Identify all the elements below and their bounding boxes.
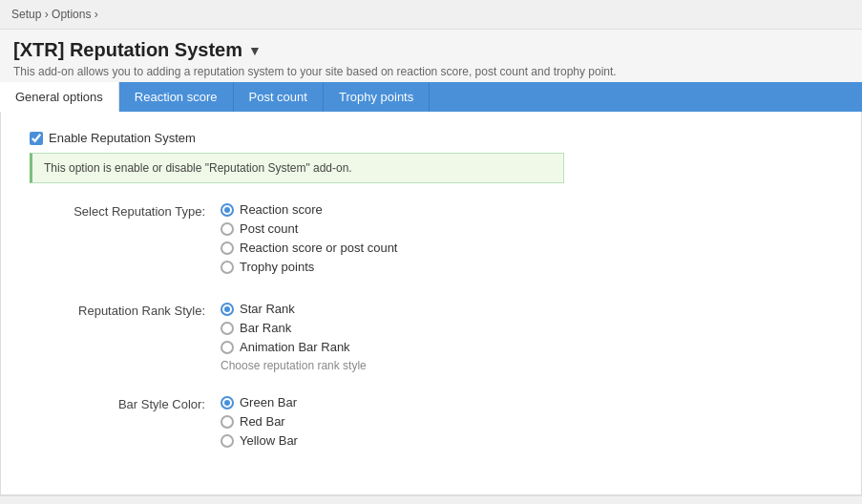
radio-icon-red [221, 415, 234, 429]
radio-row-trophy: Trophy points [221, 260, 832, 274]
tab-general[interactable]: General options [0, 82, 119, 112]
rank-style-label: Reputation Rank Style: [30, 302, 221, 318]
radio-icon-bar [221, 322, 234, 335]
page-subtitle: This add-on allows you to adding a reput… [13, 65, 849, 78]
radio-icon-anim-bar [221, 341, 234, 354]
enable-section: Enable Reputation System This option is … [30, 131, 832, 183]
enable-hint-box: This option is enable or disable "Reputa… [30, 153, 564, 183]
enable-checkbox[interactable] [30, 132, 43, 145]
radio-icon-star [221, 303, 234, 316]
radio-label-post[interactable]: Post count [240, 221, 298, 236]
radio-icon-reaction-post [221, 242, 234, 255]
enable-label[interactable]: Enable Reputation System [49, 131, 196, 145]
radio-row-yellow: Yellow Bar [221, 433, 832, 448]
breadcrumb: Setup › Options › [0, 0, 862, 30]
radio-icon-trophy [221, 261, 234, 274]
content-panel: Enable Reputation System This option is … [0, 112, 862, 495]
radio-row-star: Star Rank [221, 302, 832, 316]
radio-label-reaction-post[interactable]: Reaction score or post count [240, 241, 397, 255]
radio-label-reaction[interactable]: Reaction score [240, 202, 323, 217]
rank-style-controls: Star Rank Bar Rank Animation Bar Rank Ch… [221, 302, 832, 372]
radio-row-reaction-post: Reaction score or post count [221, 241, 832, 255]
reputation-type-controls: Reaction score Post count Reaction score… [221, 202, 832, 279]
bar-color-section: Bar Style Color: Green Bar Red Bar Yello… [30, 395, 832, 452]
title-dropdown-arrow[interactable]: ▼ [248, 43, 262, 58]
page-header: [XTR] Reputation System ▼ This add-on al… [0, 30, 862, 82]
page-title: [XTR] Reputation System ▼ [13, 39, 849, 61]
radio-row-post: Post count [221, 221, 832, 236]
radio-row-bar: Bar Rank [221, 321, 832, 335]
radio-label-bar[interactable]: Bar Rank [240, 321, 291, 335]
radio-row-red: Red Bar [221, 414, 832, 429]
radio-label-yellow[interactable]: Yellow Bar [240, 433, 298, 448]
radio-label-green[interactable]: Green Bar [240, 395, 297, 410]
reputation-type-label: Select Reputation Type: [30, 202, 221, 219]
tab-reaction[interactable]: Reaction score [119, 82, 234, 112]
rank-style-hint: Choose reputation rank style [221, 359, 832, 372]
tab-post[interactable]: Post count [234, 82, 324, 112]
breadcrumb-setup[interactable]: Setup [11, 8, 41, 21]
radio-label-anim-bar[interactable]: Animation Bar Rank [240, 340, 350, 354]
radio-label-red[interactable]: Red Bar [240, 414, 285, 429]
radio-row-reaction: Reaction score [221, 202, 832, 217]
tab-bar: General options Reaction score Post coun… [0, 82, 862, 112]
radio-label-trophy[interactable]: Trophy points [240, 260, 314, 274]
radio-icon-green [221, 396, 234, 410]
radio-row-anim-bar: Animation Bar Rank [221, 340, 832, 354]
footer-bar: 💾 Save [0, 495, 862, 504]
radio-row-green: Green Bar [221, 395, 832, 410]
bar-color-label: Bar Style Color: [30, 395, 221, 411]
bar-color-controls: Green Bar Red Bar Yellow Bar [221, 395, 832, 452]
enable-checkbox-row: Enable Reputation System [30, 131, 196, 145]
radio-icon-yellow [221, 434, 234, 448]
main-content: Enable Reputation System This option is … [0, 112, 862, 495]
rank-style-section: Reputation Rank Style: Star Rank Bar Ran… [30, 302, 832, 372]
breadcrumb-options: Options [52, 8, 91, 21]
radio-icon-post [221, 222, 234, 236]
radio-label-star[interactable]: Star Rank [240, 302, 295, 316]
reputation-type-section: Select Reputation Type: Reaction score P… [30, 202, 832, 279]
tab-trophy[interactable]: Trophy points [324, 82, 430, 112]
radio-icon-reaction [221, 203, 234, 217]
